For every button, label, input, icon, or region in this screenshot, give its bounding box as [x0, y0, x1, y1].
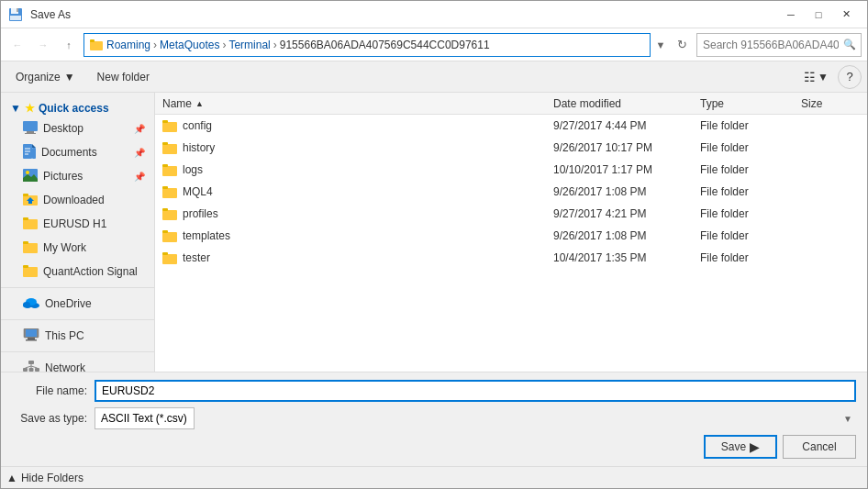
minimize-button[interactable]: ─ [777, 6, 805, 24]
breadcrumb-roaming[interactable]: Roaming [106, 39, 150, 51]
file-date: 9/26/2017 1:08 PM [546, 229, 693, 242]
svg-rect-25 [23, 241, 28, 244]
organize-button[interactable]: Organize ▼ [6, 65, 84, 89]
svg-rect-8 [27, 131, 34, 133]
downloaded-folder-icon [23, 193, 38, 208]
svg-rect-37 [23, 368, 28, 372]
cancel-button[interactable]: Cancel [783, 435, 856, 459]
sidebar-item-mywork[interactable]: My Work [1, 236, 154, 260]
bottom-area: File name: Save as type: ASCII Text (*.c… [1, 372, 867, 466]
hide-folders-button[interactable]: ▲ Hide Folders [6, 472, 83, 484]
sidebar-divider-2 [1, 319, 154, 320]
svg-rect-44 [162, 120, 168, 123]
svg-rect-55 [162, 254, 177, 264]
breadcrumb-folder-icon [90, 39, 103, 51]
view-grid-icon: ☷ [804, 70, 816, 84]
file-name: profiles [183, 207, 218, 220]
network-icon [23, 361, 39, 372]
sidebar-item-desktop[interactable]: Desktop 📌 [1, 117, 154, 140]
breadcrumb[interactable]: Roaming › MetaQuotes › Terminal › 915566… [83, 33, 651, 57]
svg-rect-33 [26, 329, 37, 337]
svg-rect-12 [32, 148, 36, 159]
svg-rect-47 [162, 166, 177, 176]
sidebar-item-downloaded[interactable]: Downloaded [1, 188, 154, 212]
search-wrapper: 🔍 [696, 33, 862, 57]
svg-rect-45 [162, 144, 177, 154]
breadcrumb-dropdown-button[interactable]: ▼ [654, 33, 667, 57]
filename-input[interactable] [95, 380, 856, 402]
svg-rect-20 [23, 194, 28, 196]
svg-rect-22 [23, 219, 38, 229]
view-button[interactable]: ☷ ▼ [798, 65, 834, 89]
quick-access-collapse-icon: ▼ [10, 102, 21, 115]
svg-rect-9 [25, 133, 36, 134]
back-button[interactable]: ← [6, 34, 28, 56]
table-row[interactable]: tester 10/4/2017 1:35 PM File folder [155, 247, 867, 269]
thispc-icon [23, 328, 39, 344]
quantaction-folder-icon [23, 264, 38, 280]
eurusd-folder-icon [23, 217, 38, 232]
sidebar-item-onedrive[interactable]: OneDrive [1, 292, 154, 316]
maximize-button[interactable]: □ [805, 6, 832, 24]
file-type: File folder [693, 251, 794, 264]
svg-point-31 [23, 302, 30, 307]
save-button[interactable]: Save ▶ [704, 435, 777, 459]
view-dropdown-icon: ▼ [818, 71, 829, 83]
sidebar-item-pictures[interactable]: Pictures 📌 [1, 164, 154, 188]
svg-rect-52 [162, 208, 168, 211]
sidebar-item-documents[interactable]: Documents 📌 [1, 140, 154, 164]
saveastype-select[interactable]: ASCII Text (*.csv) [95, 407, 195, 429]
file-name: logs [183, 163, 203, 176]
table-row[interactable]: history 9/26/2017 10:17 PM File folder [155, 137, 867, 159]
column-header-name[interactable]: Name ▲ [155, 93, 546, 114]
svg-rect-48 [162, 164, 168, 167]
svg-rect-3 [10, 16, 21, 20]
table-row[interactable]: logs 10/10/2017 1:17 PM File folder [155, 159, 867, 181]
column-header-size[interactable]: Size [794, 93, 867, 114]
dialog-title: Save As [30, 8, 71, 21]
svg-rect-35 [26, 339, 37, 341]
sidebar-item-eurusd[interactable]: EURUSD H1 [1, 212, 154, 236]
buttons-row: Save ▶ Cancel [12, 435, 856, 459]
sidebar-item-network[interactable]: Network [1, 356, 154, 372]
file-date: 9/27/2017 4:21 PM [546, 207, 693, 220]
sidebar-item-thispc[interactable]: This PC [1, 324, 154, 348]
organize-dropdown-icon: ▼ [64, 71, 75, 83]
sidebar-section-quick-access[interactable]: ▼ ★ Quick access [1, 96, 154, 117]
svg-point-17 [26, 171, 29, 174]
pin-icon: 📌 [134, 124, 145, 134]
search-icon: 🔍 [843, 39, 856, 50]
file-name: MQL4 [183, 185, 213, 198]
file-date: 9/26/2017 10:17 PM [546, 141, 693, 154]
file-date: 10/4/2017 1:35 PM [546, 251, 693, 264]
forward-button[interactable]: → [32, 34, 54, 56]
file-name: history [183, 141, 215, 154]
column-header-type[interactable]: Type [693, 93, 794, 114]
file-list-header: Name ▲ Date modified Type Size [155, 93, 867, 115]
breadcrumb-terminal[interactable]: Terminal [228, 39, 270, 51]
up-button[interactable]: ↑ [58, 34, 80, 56]
svg-rect-23 [23, 217, 28, 220]
close-button[interactable]: ✕ [832, 6, 860, 24]
folder-icon [162, 185, 177, 198]
folder-icon [162, 163, 177, 176]
sort-arrow-name: ▲ [195, 99, 204, 108]
help-button[interactable]: ? [838, 65, 862, 89]
new-folder-button[interactable]: New folder [88, 65, 159, 89]
table-row[interactable]: profiles 9/27/2017 4:21 PM File folder [155, 203, 867, 225]
refresh-button[interactable]: ↻ [671, 34, 693, 56]
svg-rect-56 [162, 252, 168, 255]
file-date: 9/27/2017 4:44 PM [546, 119, 693, 132]
table-row[interactable]: templates 9/26/2017 1:08 PM File folder [155, 225, 867, 247]
cursor-icon: ▶ [750, 439, 760, 454]
table-row[interactable]: config 9/27/2017 4:44 PM File folder [155, 115, 867, 137]
breadcrumb-metaquotes[interactable]: MetaQuotes [160, 39, 219, 51]
mywork-folder-icon [23, 240, 38, 256]
pin-icon-docs: 📌 [134, 148, 145, 158]
sidebar-item-quantaction[interactable]: QuantAction Signal [1, 260, 154, 283]
pictures-icon [23, 169, 38, 184]
table-row[interactable]: MQL4 9/26/2017 1:08 PM File folder [155, 181, 867, 203]
folder-icon [162, 251, 177, 264]
column-header-date[interactable]: Date modified [546, 93, 693, 114]
search-input[interactable] [696, 33, 862, 57]
